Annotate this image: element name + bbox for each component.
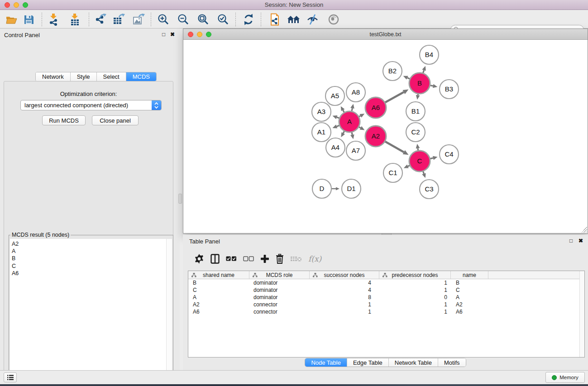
import-table-button[interactable]	[67, 13, 83, 26]
tab-select[interactable]: Select	[97, 72, 126, 81]
column-header-empty	[488, 271, 584, 279]
column-header-name[interactable]: name	[451, 271, 488, 279]
export-image-icon	[133, 13, 145, 26]
graph-edge[interactable]	[430, 86, 433, 86]
export-table-button[interactable]	[111, 13, 127, 26]
vertical-split-handle[interactable]	[178, 194, 182, 204]
float-panel-icon[interactable]: □	[162, 31, 165, 38]
table-cell: 4	[310, 279, 379, 286]
table-cell: A6	[188, 308, 249, 315]
graph-edge[interactable]	[343, 110, 344, 112]
zoom-selected-button[interactable]	[215, 13, 231, 26]
table-cell: connector	[249, 308, 310, 315]
graph-node-label: D	[320, 185, 325, 192]
table-close-icon[interactable]: ✖	[578, 238, 583, 244]
zoom-fit-button[interactable]	[196, 13, 211, 26]
add-column-button[interactable]	[260, 253, 269, 265]
mcds-result-list[interactable]: A2ABCA6	[10, 239, 172, 386]
graph-edge[interactable]	[407, 78, 410, 79]
graph-edge[interactable]	[423, 70, 424, 73]
deselect-all-columns-button[interactable]	[243, 253, 254, 265]
function-builder-button[interactable]: f(x)	[308, 253, 321, 265]
open-session-button[interactable]	[4, 13, 19, 26]
zoom-out-icon	[177, 14, 189, 25]
graph-edge[interactable]	[418, 148, 418, 151]
column-tree-icon	[313, 273, 318, 277]
graph-edge[interactable]	[385, 92, 404, 102]
table-scrollbar[interactable]	[579, 271, 584, 357]
graph-edge[interactable]	[352, 108, 352, 111]
table-row[interactable]: Cdominator41C	[188, 286, 584, 294]
mcds-result-item[interactable]: B	[12, 255, 172, 262]
graph-node-label: A5	[331, 92, 339, 100]
import-network-button[interactable]	[46, 13, 62, 26]
mcds-result-item[interactable]: A6	[12, 270, 172, 277]
memory-button[interactable]: Memory	[545, 372, 585, 383]
graph-edge[interactable]	[337, 125, 339, 126]
export-network-button[interactable]	[93, 13, 108, 26]
node-table[interactable]: shared name MCDS role successor nodes pr…	[188, 271, 585, 357]
graph-edge[interactable]	[359, 116, 360, 117]
table-row[interactable]: A2connector11A2	[188, 301, 584, 308]
mcds-list-scrollbar[interactable]	[166, 239, 172, 386]
graph-edge[interactable]	[359, 127, 361, 128]
table-cell: 1	[310, 301, 379, 308]
graph-node-label: C1	[388, 169, 397, 176]
first-neighbors-button[interactable]	[267, 13, 282, 26]
split-view-button[interactable]	[210, 253, 220, 265]
column-tree-icon	[191, 273, 196, 277]
table-settings-button[interactable]	[194, 253, 204, 265]
task-history-button[interactable]	[4, 372, 17, 382]
tab-network[interactable]: Network	[36, 72, 71, 81]
zoom-in-button[interactable]	[156, 13, 171, 26]
delete-column-button[interactable]	[276, 253, 284, 265]
graph-edge[interactable]	[343, 131, 344, 133]
table-row[interactable]: Adominator80A	[188, 294, 584, 301]
tab-edge-table[interactable]: Edge Table	[347, 358, 389, 367]
network-canvas[interactable]: AA1A2A3A4A5A6A7A8BB1B2B3B4CC1C2C3C4DD1	[183, 40, 588, 233]
hide-graphics-button[interactable]	[305, 13, 320, 26]
tab-node-table[interactable]: Node Table	[305, 358, 347, 367]
tab-style[interactable]: Style	[71, 72, 97, 81]
graph-edge[interactable]	[423, 172, 424, 174]
column-header-successor-nodes[interactable]: successor nodes	[310, 271, 379, 279]
window-resize-grip[interactable]	[581, 227, 587, 233]
graph-edge[interactable]	[408, 166, 410, 167]
tab-mcds[interactable]: MCDS	[126, 72, 156, 81]
column-header-shared-name[interactable]: shared name	[188, 271, 249, 279]
graph-edge[interactable]	[352, 132, 352, 134]
tab-motifs[interactable]: Motifs	[438, 358, 466, 367]
mcds-result-item[interactable]: A2	[12, 240, 172, 248]
table-row[interactable]: A6connector11A6	[188, 308, 584, 315]
first-neighbors-icon	[269, 13, 281, 26]
mcds-result-item[interactable]: A	[12, 248, 172, 255]
column-header-predecessor-nodes[interactable]: predecessor nodes	[379, 271, 451, 279]
table-float-icon[interactable]: □	[569, 238, 573, 244]
export-image-button[interactable]	[131, 13, 147, 26]
show-hide-panels-button[interactable]	[286, 13, 301, 26]
criterion-dropdown[interactable]: largest connected component (directed)	[20, 100, 162, 110]
mcds-result-item[interactable]: C	[12, 262, 172, 270]
run-mcds-button[interactable]: Run MCDS	[42, 115, 86, 125]
graph-edge[interactable]	[430, 158, 433, 159]
column-header-mcds-role[interactable]: MCDS role	[249, 271, 310, 279]
save-session-button[interactable]	[21, 13, 36, 26]
apply-layout-button[interactable]	[241, 13, 256, 26]
show-graphics-button[interactable]	[326, 13, 341, 26]
mcds-result-title: MCDS result (5 nodes)	[10, 232, 71, 238]
zoom-out-button[interactable]	[176, 13, 191, 26]
toolbar-separator	[151, 13, 151, 26]
table-row[interactable]: Bdominator41B	[188, 279, 584, 286]
close-panel-icon[interactable]: ✖	[170, 31, 175, 38]
unchecked-boxes-icon	[243, 256, 254, 262]
graph-node-label: B3	[445, 85, 453, 93]
select-all-columns-button[interactable]	[226, 253, 237, 265]
network-window-titlebar[interactable]: testGlobe.txt	[183, 29, 588, 40]
graph-edge[interactable]	[337, 117, 339, 118]
mcds-result-group: MCDS result (5 nodes) A2ABCA6	[9, 232, 173, 386]
graph-edge[interactable]	[385, 142, 404, 152]
table-cell: B	[188, 279, 249, 286]
tab-network-table[interactable]: Network Table	[389, 358, 438, 367]
close-panel-button[interactable]: Close panel	[92, 115, 139, 125]
delete-table-button[interactable]	[290, 253, 302, 265]
